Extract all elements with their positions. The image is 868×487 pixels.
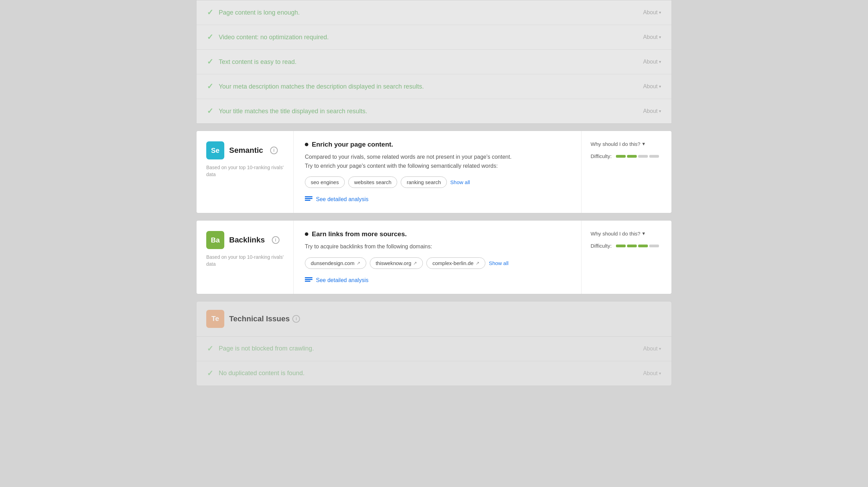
technical-info-icon[interactable]: i — [292, 315, 300, 323]
backlinks-tag-2[interactable]: complex-berlin.de ↗ — [426, 257, 485, 269]
check-text-3: Text content is easy to read. — [219, 58, 297, 66]
bullet-icon — [305, 143, 308, 146]
chevron-down-icon: ▾ — [659, 10, 661, 15]
diff-bar-3 — [638, 155, 648, 158]
semantic-tag-1[interactable]: websites search — [348, 176, 398, 188]
check-row-1: ✓ Page content is long enough. About ▾ — [197, 0, 671, 25]
backlinks-main-title: Earn links from more sources. — [312, 230, 407, 238]
semantic-tags-row: seo engines websites search ranking sear… — [305, 176, 570, 188]
semantic-subtitle: Based on your top 10-ranking rivals' dat… — [206, 164, 284, 178]
semantic-difficulty-row: Difficulty: — [591, 153, 662, 159]
svg-rect-5 — [305, 281, 310, 282]
about-btn-3[interactable]: About ▾ — [643, 59, 661, 65]
check-text-4: Your meta description matches the descri… — [219, 83, 424, 90]
technical-rows: ✓ Page is not blocked from crawling. Abo… — [197, 336, 671, 386]
chevron-down-icon: ▾ — [659, 35, 661, 40]
semantic-tag-0[interactable]: seo engines — [305, 176, 345, 188]
backlinks-card: Ba Backlinks i Based on your top 10-rank… — [196, 220, 672, 294]
backlinks-tag-0[interactable]: dunsendesign.com ↗ — [305, 257, 366, 269]
backlinks-desc1: Try to acquire backlinks from the follow… — [305, 244, 432, 249]
diff-bar-1 — [616, 245, 626, 247]
semantic-difficulty-bars — [616, 155, 659, 158]
svg-rect-1 — [305, 198, 312, 199]
check-row-5: ✓ Your title matches the title displayed… — [197, 99, 671, 123]
svg-rect-3 — [305, 277, 312, 278]
svg-rect-4 — [305, 279, 312, 280]
check-icon-4: ✓ — [207, 82, 213, 91]
tech-about-btn-1[interactable]: About ▾ — [643, 346, 661, 352]
semantic-desc2: Try to enrich your page's content with t… — [305, 163, 498, 169]
backlinks-card-right: Why should I do this? ▾ Difficulty: — [581, 221, 671, 294]
check-text-5: Your title matches the title displayed i… — [219, 108, 367, 115]
technical-icon: Te — [206, 310, 224, 328]
backlinks-tag-1[interactable]: thisweknow.org ↗ — [370, 257, 423, 269]
backlinks-difficulty-bars — [616, 245, 659, 247]
semantic-show-all[interactable]: Show all — [450, 179, 470, 185]
about-btn-5[interactable]: About ▾ — [643, 108, 661, 114]
svg-rect-0 — [305, 196, 312, 197]
diff-bar-4 — [649, 155, 659, 158]
check-icon-tech-1: ✓ — [207, 344, 213, 353]
about-btn-2[interactable]: About ▾ — [643, 34, 661, 40]
svg-rect-2 — [305, 200, 310, 201]
check-icon-2: ✓ — [207, 33, 213, 42]
about-btn-4[interactable]: About ▾ — [643, 83, 661, 90]
chevron-down-icon: ▾ — [659, 109, 661, 114]
check-icon-3: ✓ — [207, 57, 213, 66]
chevron-down-icon: ▾ — [642, 141, 645, 147]
technical-title: Technical Issues — [229, 314, 290, 323]
check-text-2: Video content: no optimization required. — [219, 34, 329, 41]
semantic-card-main: Enrich your page content. Compared to yo… — [294, 131, 581, 213]
chevron-down-icon: ▾ — [659, 371, 661, 376]
check-icon-1: ✓ — [207, 8, 213, 17]
backlinks-icon: Ba — [206, 231, 224, 249]
backlinks-show-all[interactable]: Show all — [489, 260, 509, 266]
chevron-down-icon: ▾ — [659, 346, 661, 351]
external-link-icon: ↗ — [476, 261, 479, 266]
chevron-down-icon: ▾ — [642, 230, 645, 237]
tech-row-text-2: No duplicated content is found. — [219, 370, 304, 377]
technical-issues-section: Te Technical Issues i ✓ Page is not bloc… — [196, 301, 672, 386]
check-row-4: ✓ Your meta description matches the desc… — [197, 74, 671, 99]
semantic-icon: Se — [206, 141, 224, 159]
technical-issues-header: Te Technical Issues i — [197, 302, 671, 336]
about-btn-1[interactable]: About ▾ — [643, 9, 661, 16]
semantic-title: Semantic — [229, 146, 263, 155]
semantic-why-button[interactable]: Why should I do this? ▾ — [591, 141, 645, 147]
tech-row-2: ✓ No duplicated content is found. About … — [197, 361, 671, 386]
check-row-3: ✓ Text content is easy to read. About ▾ — [197, 50, 671, 74]
semantic-main-title: Enrich your page content. — [312, 141, 393, 148]
diff-bar-1 — [616, 155, 626, 158]
chevron-down-icon: ▾ — [659, 59, 661, 64]
backlinks-subtitle: Based on your top 10-ranking rivals' dat… — [206, 254, 284, 267]
backlinks-title: Backlinks — [229, 236, 265, 245]
backlinks-card-left: Ba Backlinks i Based on your top 10-rank… — [197, 221, 294, 294]
backlinks-difficulty-label: Difficulty: — [591, 243, 612, 249]
tech-row-text-1: Page is not blocked from crawling. — [219, 345, 314, 352]
semantic-card-left: Se Semantic i Based on your top 10-ranki… — [197, 131, 294, 213]
backlinks-difficulty-row: Difficulty: — [591, 243, 662, 249]
top-check-rows: ✓ Page content is long enough. About ▾ ✓… — [196, 0, 672, 124]
semantic-see-analysis[interactable]: See detailed analysis — [305, 196, 570, 203]
chevron-down-icon: ▾ — [659, 84, 661, 89]
backlinks-why-button[interactable]: Why should I do this? ▾ — [591, 230, 645, 237]
analysis-icon — [305, 276, 312, 284]
tech-row-1: ✓ Page is not blocked from crawling. Abo… — [197, 337, 671, 361]
analysis-icon — [305, 196, 312, 203]
check-icon-tech-2: ✓ — [207, 369, 213, 378]
backlinks-info-icon[interactable]: i — [272, 236, 279, 244]
check-icon-5: ✓ — [207, 107, 213, 116]
backlinks-tags-row: dunsendesign.com ↗ thisweknow.org ↗ comp… — [305, 257, 570, 269]
diff-bar-2 — [627, 245, 637, 247]
tech-about-btn-2[interactable]: About ▾ — [643, 370, 661, 377]
backlinks-see-analysis[interactable]: See detailed analysis — [305, 276, 570, 284]
external-link-icon: ↗ — [413, 261, 417, 266]
external-link-icon: ↗ — [357, 261, 360, 266]
diff-bar-2 — [627, 155, 637, 158]
semantic-desc1: Compared to your rivals, some related wo… — [305, 154, 511, 160]
semantic-info-icon[interactable]: i — [270, 147, 278, 154]
semantic-tag-2[interactable]: ranking search — [401, 176, 446, 188]
backlinks-card-main: Earn links from more sources. Try to acq… — [294, 221, 581, 294]
semantic-card-right: Why should I do this? ▾ Difficulty: — [581, 131, 671, 213]
check-text-1: Page content is long enough. — [219, 9, 300, 16]
